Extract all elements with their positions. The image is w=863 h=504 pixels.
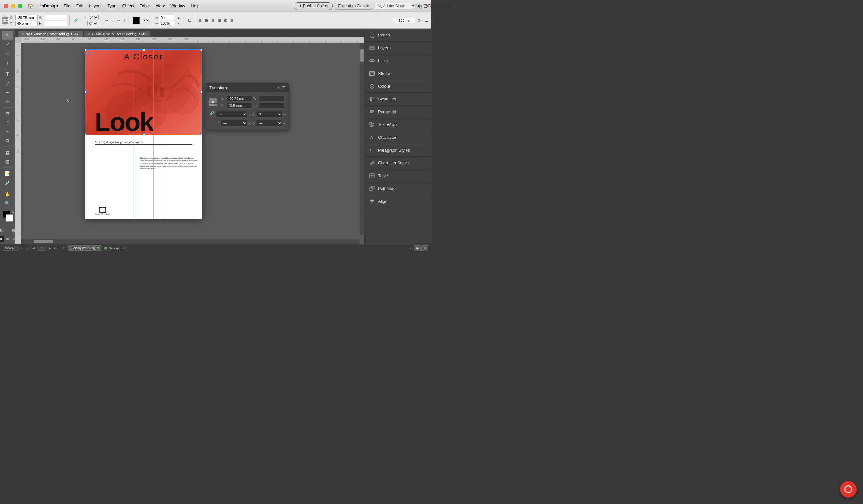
scale-h-btn[interactable]: ⇔: [115, 17, 121, 23]
gradient-feather-tool[interactable]: ▧: [2, 157, 13, 166]
transform-text-select[interactable]: —: [221, 120, 248, 126]
panel-scroll[interactable]: Pages Layers Links Stroke: [365, 29, 432, 244]
normal-view-btn[interactable]: ▣: [414, 245, 421, 251]
goto-page-btn[interactable]: ↗: [61, 246, 66, 250]
gap-tool[interactable]: ⇔: [2, 49, 13, 58]
panel-item-colour[interactable]: Colour: [365, 80, 432, 93]
transform-shear-select[interactable]: —: [256, 120, 283, 126]
more-btn[interactable]: ☰: [424, 17, 429, 23]
shear-select[interactable]: 0°: [87, 21, 98, 26]
menu-object[interactable]: Object: [120, 3, 137, 9]
stroke-zoom-input[interactable]: [159, 21, 175, 26]
flip-h-btn[interactable]: ↔: [103, 17, 110, 23]
direct-selection-tool[interactable]: ↗: [2, 40, 13, 49]
rectangle-tool[interactable]: □: [2, 118, 13, 127]
tab-close-2[interactable]: ✕: [87, 32, 90, 36]
zoom-up-btn[interactable]: ▲: [176, 21, 182, 26]
stroke-up-btn[interactable]: ▲: [176, 15, 182, 20]
search-input[interactable]: 🔍 Adobe Stock: [375, 2, 413, 10]
align-middle-btn[interactable]: ⊠: [223, 17, 228, 23]
maximize-button[interactable]: [18, 4, 22, 8]
workspace-selector[interactable]: Essentials Classic: [335, 2, 372, 10]
publish-online-button[interactable]: ⬆ Publish Online: [294, 2, 333, 10]
panel-item-swatches[interactable]: Swatches: [365, 93, 432, 105]
panel-item-character[interactable]: A Character: [365, 131, 432, 144]
panel-item-align[interactable]: Align: [365, 195, 432, 208]
h-scrollbar-thumb[interactable]: [34, 240, 53, 243]
chain-link-icon[interactable]: 🔗: [209, 111, 214, 117]
menu-layout[interactable]: Layout: [86, 3, 104, 9]
panel-item-stroke[interactable]: Stroke: [365, 67, 432, 80]
tab-about-museum[interactable]: ✕ 4) About the Museum.indd @ 124%: [84, 31, 151, 37]
menu-help[interactable]: Help: [188, 3, 202, 9]
panel-item-pathfinder[interactable]: Pathfinder: [365, 182, 432, 195]
scale-v-btn[interactable]: ⇕: [122, 17, 128, 23]
panel-item-paragraph[interactable]: Paragraph: [365, 105, 432, 118]
panel-item-paragraph-styles[interactable]: ¶ Paragraph Styles: [365, 144, 432, 157]
mode-selector[interactable]: [Basic] (working) ▾: [68, 245, 101, 251]
apply-gradient-btn[interactable]: ▦: [5, 236, 11, 242]
free-transform-tool[interactable]: ⧉: [2, 137, 13, 145]
v-scrollbar-thumb[interactable]: [360, 49, 364, 62]
content-collector-tool[interactable]: ↕: [2, 58, 13, 67]
tp-x-input[interactable]: [226, 95, 252, 101]
grid-view-btn[interactable]: ⊞: [421, 245, 428, 251]
scissors-tool[interactable]: ✂: [2, 127, 13, 136]
fill-color-swatch[interactable]: [133, 17, 140, 24]
line-tool[interactable]: ╱: [2, 79, 13, 88]
hand-tool[interactable]: ✋: [2, 190, 13, 198]
type-tool[interactable]: T: [2, 70, 13, 79]
home-icon[interactable]: 🏠: [27, 3, 34, 9]
last-page-btn[interactable]: ⏭: [53, 246, 59, 250]
flip-v-btn[interactable]: ↕: [110, 17, 115, 23]
first-page-btn[interactable]: ⏮: [25, 246, 30, 250]
zoom-tool[interactable]: 🔍: [2, 199, 13, 208]
zoom-input[interactable]: [3, 246, 19, 251]
panel-item-table[interactable]: Table: [365, 169, 432, 182]
transform-angle-select[interactable]: 0°: [256, 111, 283, 117]
panel-item-layers[interactable]: Layers: [365, 42, 432, 54]
fx-btn[interactable]: fx: [186, 17, 192, 23]
tab-close-1[interactable]: ✕: [22, 32, 24, 36]
gradient-swatch-tool[interactable]: ▦: [2, 148, 13, 157]
menu-view[interactable]: View: [153, 3, 167, 9]
errors-dropdown[interactable]: ▾: [125, 246, 126, 250]
menu-type[interactable]: Type: [105, 3, 119, 9]
tab-exhibition-poster[interactable]: ✕ *8) Exhibition Poster.indd @ 124%: [18, 31, 83, 37]
rotate-select[interactable]: 0°: [88, 15, 99, 20]
constrain-proportions-btn[interactable]: 🔗: [72, 17, 79, 23]
tp-h-input[interactable]: [259, 103, 285, 108]
pencil-tool[interactable]: ✏: [2, 97, 13, 106]
x-input[interactable]: [15, 15, 38, 20]
swap-colors-icon[interactable]: ⇅: [12, 210, 14, 214]
pen-tool[interactable]: ✒: [2, 88, 13, 97]
transform-collapse-btn[interactable]: ☰: [282, 86, 286, 90]
selection-tool[interactable]: ↖: [2, 31, 13, 40]
next-page-btn[interactable]: ▶: [48, 246, 52, 250]
zoom-dropdown[interactable]: ▾: [21, 246, 22, 250]
menu-edit[interactable]: Edit: [74, 3, 86, 9]
apply-color-btn[interactable]: ■: [0, 236, 4, 242]
status-arrow-btn[interactable]: ›: [410, 246, 411, 250]
canvas-area[interactable]: ✕ *8) Exhibition Poster.indd @ 124% ✕ 4)…: [15, 29, 364, 244]
align-right-btn[interactable]: ⊞: [210, 17, 216, 23]
close-button[interactable]: [4, 4, 8, 8]
tp-w-input[interactable]: [259, 95, 285, 101]
eyedropper-tool[interactable]: 💉: [2, 178, 13, 187]
menu-table[interactable]: Table: [137, 3, 152, 9]
vertical-scrollbar[interactable]: [360, 43, 364, 235]
canvas-scroll[interactable]: ⛓ A Closer: [21, 43, 364, 244]
align-bottom-btn[interactable]: ⊞: [229, 17, 235, 23]
menu-window[interactable]: Window: [168, 3, 188, 9]
minimize-button[interactable]: [11, 4, 15, 8]
w-input[interactable]: [45, 15, 67, 20]
h-input[interactable]: [45, 21, 67, 26]
page-input[interactable]: [37, 246, 47, 251]
background-color[interactable]: [6, 214, 13, 222]
transform-close-btn[interactable]: ✕: [277, 86, 280, 90]
panel-item-pages[interactable]: Pages: [365, 29, 432, 42]
align-left-btn[interactable]: ⊟: [197, 17, 203, 23]
y-input[interactable]: [15, 21, 38, 26]
panel-item-text-wrap[interactable]: Text Wrap: [365, 118, 432, 131]
rectangle-frame-tool[interactable]: ⊠: [2, 109, 13, 118]
